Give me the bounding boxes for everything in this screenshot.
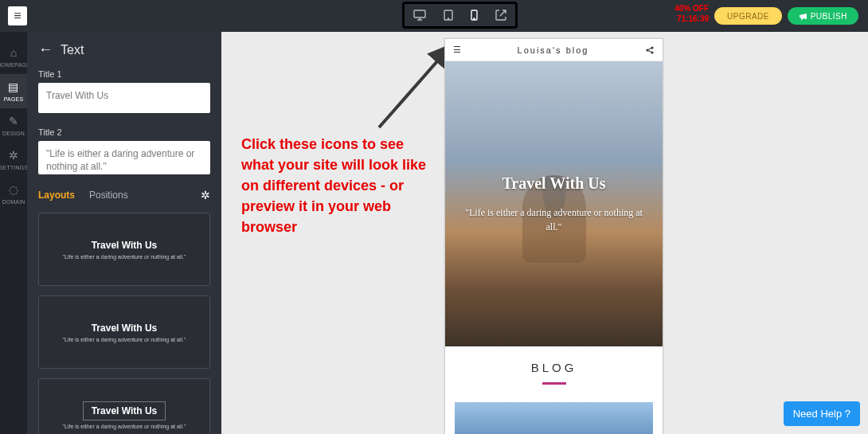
- promo-banner: 40% OFF 71:16:39: [674, 3, 709, 24]
- home-icon: ⌂: [10, 46, 18, 59]
- rail-label: HOMEPAGE: [0, 62, 30, 68]
- svg-rect-0: [414, 10, 425, 18]
- layout-title: Travel With Us: [83, 401, 166, 420]
- share-icon[interactable]: [645, 45, 655, 55]
- rail-label: PAGES: [4, 96, 24, 102]
- layout-list: Travel With Us "Life is either a daring …: [38, 213, 210, 434]
- help-button[interactable]: Need Help ?: [784, 401, 860, 426]
- desktop-icon[interactable]: [413, 10, 426, 21]
- sidebar-tabs: Layouts Positions ✲: [38, 189, 210, 201]
- title2-block: Title 2: [38, 127, 210, 178]
- svg-point-4: [474, 18, 475, 19]
- globe-icon: ◌: [9, 183, 18, 196]
- title2-label: Title 2: [38, 127, 210, 137]
- preview-blog-section: BLOG: [445, 346, 663, 393]
- preview-blog-thumb: [455, 402, 653, 434]
- rail-item-design[interactable]: ✎ DESIGN: [0, 108, 27, 143]
- publish-button[interactable]: PUBLISH: [788, 7, 858, 25]
- brush-icon: ✎: [9, 115, 18, 127]
- section-title: Text: [61, 43, 84, 57]
- pages-icon: ▤: [8, 80, 18, 93]
- layout-card[interactable]: Travel With Us "Life is either a daring …: [38, 213, 210, 286]
- preview-hero: Travel With Us "Life is either a daring …: [445, 61, 663, 346]
- svg-point-2: [448, 18, 448, 19]
- title1-label: Title 1: [38, 69, 210, 79]
- promo-countdown: 71:16:39: [674, 14, 709, 24]
- back-arrow-icon[interactable]: ←: [38, 41, 53, 58]
- editor-sidebar: ← Text Title 1 Title 2 Layouts Positions…: [27, 32, 221, 434]
- rail-label: DOMAIN: [2, 199, 25, 205]
- layout-settings-icon[interactable]: ✲: [201, 189, 210, 201]
- mobile-preview-frame: ☰ Louisa's blog Travel With Us "Life is …: [444, 38, 663, 434]
- preview-blog-heading: BLOG: [445, 361, 663, 374]
- heading-underline: [542, 382, 566, 385]
- hamburger-icon[interactable]: ☰: [453, 45, 461, 55]
- rail-label: DESIGN: [2, 131, 25, 136]
- rail-item-domain[interactable]: ◌ DOMAIN: [0, 177, 27, 211]
- app-logo[interactable]: ≡: [8, 6, 27, 25]
- layout-card[interactable]: Travel With Us "Life is either a daring …: [38, 295, 210, 369]
- layout-sub: "Life is either a daring adventure or no…: [63, 337, 186, 342]
- tab-positions[interactable]: Positions: [89, 190, 128, 201]
- left-rail: ⌂ HOMEPAGE ▤ PAGES ✎ DESIGN ✲ SETTINGS ◌…: [0, 32, 27, 434]
- layout-card[interactable]: Travel With Us "Life is either a daring …: [38, 378, 210, 434]
- topbar: ≡ 40% OFF 71:16:39 UPGRADE PUBLISH: [0, 0, 868, 32]
- promo-discount: 40% OFF: [674, 3, 709, 14]
- preview-header: ☰ Louisa's blog: [445, 39, 663, 61]
- layout-sub: "Life is either a daring adventure or no…: [63, 254, 186, 260]
- layout-sub: "Life is either a daring adventure or no…: [63, 424, 186, 429]
- title2-input[interactable]: [38, 141, 210, 174]
- title1-input[interactable]: [38, 83, 210, 113]
- external-preview-icon[interactable]: [495, 10, 506, 21]
- rail-item-homepage[interactable]: ⌂ HOMEPAGE: [0, 40, 27, 74]
- title1-block: Title 1: [38, 69, 210, 116]
- megaphone-icon: [799, 12, 807, 21]
- preview-site-title: Louisa's blog: [518, 45, 589, 55]
- rail-item-pages[interactable]: ▤ PAGES: [0, 74, 27, 108]
- rail-item-settings[interactable]: ✲ SETTINGS: [0, 143, 27, 177]
- upgrade-button[interactable]: UPGRADE: [714, 7, 782, 25]
- layout-title: Travel With Us: [92, 240, 158, 251]
- gear-icon: ✲: [9, 149, 18, 162]
- tablet-icon[interactable]: [444, 10, 453, 21]
- mobile-icon[interactable]: [471, 10, 478, 21]
- preview-hero-title: Travel With Us: [502, 174, 605, 193]
- canvas: Click these icons to see what your site …: [221, 32, 868, 434]
- sidebar-header: ← Text: [38, 41, 210, 58]
- tab-layouts[interactable]: Layouts: [38, 190, 75, 201]
- svg-line-5: [379, 48, 449, 127]
- publish-label: PUBLISH: [811, 12, 847, 21]
- rail-label: SETTINGS: [0, 165, 28, 170]
- preview-hero-sub: "Life is either a daring adventure or no…: [463, 205, 645, 234]
- layout-title: Travel With Us: [92, 323, 158, 334]
- annotation-text: Click these icons to see what your site …: [241, 134, 432, 237]
- device-preview-toggles: [402, 2, 518, 29]
